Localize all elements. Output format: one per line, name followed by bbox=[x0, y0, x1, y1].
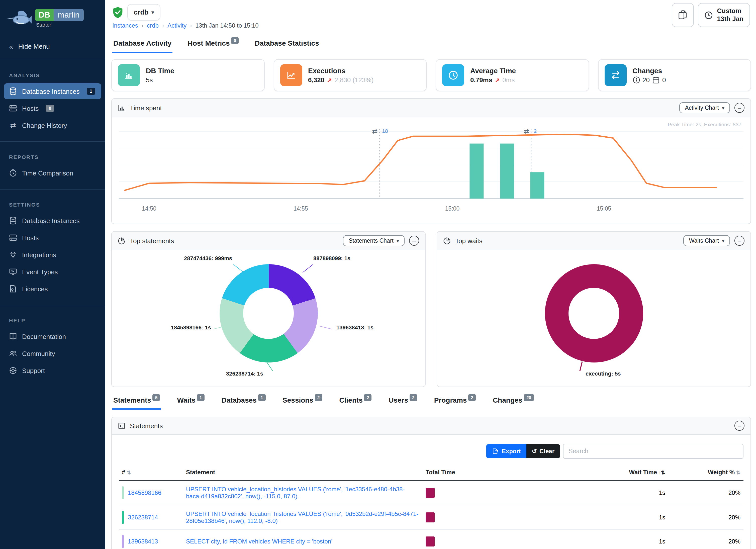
statements-donut-chart[interactable]: 887898099: 1s 139638413: 1s 326238714: 1… bbox=[112, 250, 425, 387]
collapse-panel-button[interactable]: – bbox=[734, 103, 744, 113]
collapse-panel-button[interactable]: – bbox=[734, 236, 744, 246]
card-executions: Executions 6,320 ↗ 2,830 (123%) bbox=[273, 59, 427, 91]
svg-text:18: 18 bbox=[382, 128, 388, 134]
sidebar-item-settings-database-instances[interactable]: Database Instances bbox=[4, 213, 101, 229]
tab-waits[interactable]: Waits1 bbox=[176, 395, 205, 410]
sidebar-item-event-types[interactable]: Event Types bbox=[4, 264, 101, 280]
chevron-down-icon: ▾ bbox=[722, 105, 724, 111]
col-header-wait-time[interactable]: Wait Time↑⇅ bbox=[543, 465, 668, 480]
slice-label: 287474436: 999ms bbox=[132, 255, 232, 261]
panel-title: Statements bbox=[130, 422, 163, 429]
sidebar-item-community[interactable]: Community bbox=[4, 345, 101, 361]
wait-time-value: 1s bbox=[543, 530, 668, 549]
sidebar-item-change-history[interactable]: ⇄ Change History bbox=[4, 117, 101, 133]
statement-id-link[interactable]: 1845898166 bbox=[128, 489, 161, 496]
sidebar-item-support[interactable]: Support bbox=[4, 362, 101, 379]
statement-link[interactable]: UPSERT INTO vehicle_location_histories V… bbox=[186, 486, 405, 500]
waits-donut[interactable] bbox=[545, 264, 643, 362]
statement-id-link[interactable]: 326238714 bbox=[128, 514, 158, 521]
lifebuoy-icon bbox=[9, 367, 17, 375]
copy-link-button[interactable] bbox=[672, 3, 694, 27]
statements-donut[interactable] bbox=[219, 264, 318, 362]
slice-label: 139638413: 1s bbox=[336, 324, 373, 330]
panel-title: Top waits bbox=[455, 237, 482, 244]
export-button[interactable]: Export bbox=[486, 444, 526, 458]
collapse-panel-button[interactable]: – bbox=[409, 236, 419, 246]
leader-line bbox=[303, 264, 313, 273]
dbmarlin-logo[interactable]: DB marlin Starter bbox=[0, 0, 105, 34]
table-row: 139638413 SELECT city, id FROM vehicles … bbox=[119, 530, 743, 549]
export-icon bbox=[492, 448, 499, 455]
activity-chart-select[interactable]: Activity Chart ▾ bbox=[679, 102, 730, 113]
col-header-statement[interactable]: Statement bbox=[183, 465, 423, 480]
total-time-bar bbox=[426, 488, 435, 498]
info-icon bbox=[632, 76, 640, 84]
sidebar-item-database-instances[interactable]: Database Instances 1 bbox=[4, 83, 101, 99]
sidebar-item-integrations[interactable]: Integrations bbox=[4, 247, 101, 263]
top-statements-panel: Top statements Statements Chart ▾ – 887 bbox=[111, 231, 426, 387]
time-range-button[interactable]: Custom 13th Jan bbox=[698, 3, 750, 27]
col-header-num[interactable]: #⇅ bbox=[119, 465, 183, 480]
instance-selector[interactable]: crdb ▾ bbox=[127, 4, 161, 21]
waits-chart-select[interactable]: Waits Chart ▾ bbox=[684, 235, 730, 246]
tab-database-statistics[interactable]: Database Statistics bbox=[254, 36, 320, 53]
tab-programs[interactable]: Programs2 bbox=[433, 395, 477, 410]
col-header-weight[interactable]: Weight %⇅ bbox=[668, 465, 743, 480]
sort-icon[interactable]: ↑⇅ bbox=[658, 470, 665, 475]
plug-icon bbox=[9, 251, 17, 259]
time-spent-chart[interactable]: Peak Time: 2s, Executions: 837 ⇄18⇄214:5… bbox=[112, 117, 750, 224]
topbar: crdb ▾ Custom 13th Jan Instances› bbox=[111, 0, 751, 32]
section-title: ANALYSIS bbox=[9, 72, 97, 78]
col-header-total-time[interactable]: Total Time bbox=[423, 465, 543, 480]
tab-host-metrics[interactable]: Host Metrics0 bbox=[186, 36, 240, 53]
search-input[interactable] bbox=[563, 444, 743, 459]
tab-sessions[interactable]: Sessions2 bbox=[281, 395, 323, 410]
tab-badge: 0 bbox=[231, 37, 238, 44]
clear-button[interactable]: ↺ Clear bbox=[526, 444, 560, 458]
breadcrumb-activity[interactable]: Activity bbox=[167, 22, 186, 29]
waits-donut-chart[interactable]: executing: 5s bbox=[437, 250, 750, 387]
sort-icon[interactable]: ⇅ bbox=[127, 470, 131, 475]
server-icon bbox=[9, 104, 17, 112]
tab-database-activity[interactable]: Database Activity bbox=[112, 36, 172, 53]
tab-changes[interactable]: Changes20 bbox=[492, 395, 535, 410]
section-title: SETTINGS bbox=[9, 202, 97, 208]
sidebar-item-licences[interactable]: Licences bbox=[4, 281, 101, 297]
swap-arrows-icon bbox=[609, 69, 621, 81]
chevron-down-icon: ▾ bbox=[397, 238, 399, 243]
statements-panel: Statements – Export ↺ Clear bbox=[111, 417, 751, 549]
database-icon bbox=[9, 217, 17, 225]
sidebar-section-reports: REPORTS Time Comparison bbox=[0, 141, 105, 189]
slice-label: 887898099: 1s bbox=[313, 255, 350, 261]
sidebar-item-settings-hosts[interactable]: Hosts bbox=[4, 230, 101, 246]
breadcrumb-timerange: 13th Jan 14:50 to 15:10 bbox=[196, 22, 259, 29]
top-waits-panel: Top waits Waits Chart ▾ – executing: 5s bbox=[437, 231, 751, 387]
sidebar-item-hosts[interactable]: Hosts 0 bbox=[4, 100, 101, 116]
main-content: crdb ▾ Custom 13th Jan Instances› bbox=[105, 0, 756, 549]
line-chart-icon bbox=[286, 70, 297, 81]
breadcrumb-instances[interactable]: Instances bbox=[112, 22, 138, 29]
statement-id-link[interactable]: 139638413 bbox=[128, 538, 158, 545]
tab-statements[interactable]: Statements5 bbox=[112, 395, 161, 410]
chevron-down-icon: ▾ bbox=[722, 238, 724, 243]
health-shield-icon bbox=[112, 6, 123, 18]
card-average-time: Average Time 0.79ms ↗ 0ms bbox=[436, 59, 589, 91]
chart-panel-icon bbox=[118, 104, 125, 112]
weight-value: 20% bbox=[668, 480, 743, 505]
breadcrumb-crdb[interactable]: crdb bbox=[147, 22, 159, 29]
collapse-panel-button[interactable]: – bbox=[734, 421, 744, 431]
sidebar-item-time-comparison[interactable]: Time Comparison bbox=[4, 165, 101, 181]
tab-users[interactable]: Users2 bbox=[388, 395, 418, 410]
weight-value: 20% bbox=[668, 530, 743, 549]
total-time-bar bbox=[426, 536, 435, 546]
hide-menu-button[interactable]: « Hide Menu bbox=[0, 34, 105, 60]
tab-databases[interactable]: Databases1 bbox=[221, 395, 267, 410]
sidebar-item-documentation[interactable]: Documentation bbox=[4, 328, 101, 344]
statements-chart-select[interactable]: Statements Chart ▾ bbox=[343, 235, 405, 246]
tab-clients[interactable]: Clients2 bbox=[338, 395, 373, 410]
sort-icon[interactable]: ⇅ bbox=[736, 470, 740, 475]
statement-link[interactable]: SELECT city, id FROM vehicles WHERE city… bbox=[186, 538, 332, 545]
statement-link[interactable]: UPSERT INTO vehicle_location_histories V… bbox=[186, 510, 418, 524]
slice-label: 1845898166: 1s bbox=[127, 324, 211, 330]
wait-time-value: 1s bbox=[543, 505, 668, 530]
